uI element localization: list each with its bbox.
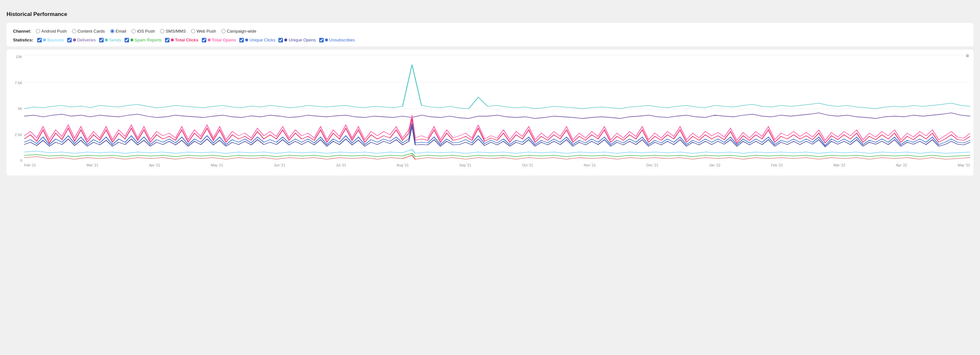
radio-email[interactable]: Email	[110, 29, 126, 34]
android-push-label: Android Push	[41, 29, 67, 34]
title-bar: Historical Performance	[6, 6, 974, 23]
y-label-10k: 10K	[16, 55, 22, 59]
x-label-aug21: Aug '21	[397, 163, 409, 167]
x-label-apr21: Apr '21	[149, 163, 161, 167]
x-label-may22: May '22	[958, 163, 970, 167]
sends-label: Sends	[109, 38, 121, 42]
channel-card: Channel: Android Push Content Cards Emai…	[6, 23, 974, 46]
spam-reports-line	[24, 154, 970, 157]
spam-reports-dot	[130, 38, 133, 42]
unsubscribes-line	[24, 155, 970, 159]
chart-inner	[24, 55, 970, 163]
radio-content-cards[interactable]: Content Cards	[72, 29, 105, 34]
stat-total-opens[interactable]: Total Opens	[202, 38, 236, 42]
bounces-dot	[43, 38, 46, 42]
stat-sends[interactable]: Sends	[99, 38, 121, 42]
y-label-5k: 5K	[18, 107, 22, 110]
chart-svg	[24, 55, 970, 163]
total-clicks-dot	[171, 38, 174, 42]
unique-clicks-label: Unique Clicks	[250, 38, 275, 42]
x-label-may21: May '21	[211, 163, 223, 167]
statistics-label: Statistics:	[13, 38, 33, 42]
web-push-label: Web Push	[197, 29, 216, 34]
radio-web-push[interactable]: Web Push	[191, 29, 216, 34]
stats-row: Statistics: Bounces Deliveries Sends Spa…	[13, 38, 967, 42]
unsubscribes-label: Unsubscribes	[329, 38, 355, 42]
x-label-mar21: Mar '21	[86, 163, 98, 167]
deliveries-dot	[73, 38, 76, 42]
deliveries-line	[24, 113, 970, 118]
stat-deliveries[interactable]: Deliveries	[67, 38, 96, 42]
ios-push-label: iOS Push	[137, 29, 155, 34]
total-opens-label: Total Opens	[212, 38, 236, 42]
deliveries-label: Deliveries	[77, 38, 96, 42]
stat-unsubscribes[interactable]: Unsubscribes	[319, 38, 355, 42]
stat-spam-reports[interactable]: Spam Reports	[124, 38, 162, 42]
sms-mms-label: SMS/MMS	[165, 29, 186, 34]
sends-line	[24, 65, 970, 109]
stat-unique-clicks[interactable]: Unique Clicks	[239, 38, 275, 42]
chart-container: ≡ 10K 7.5K 5K 2.5K 0	[6, 50, 974, 176]
x-axis: Feb '21 Mar '21 Apr '21 May '21 Jun '21 …	[24, 163, 970, 172]
x-label-oct21: Oct '21	[522, 163, 533, 167]
unique-opens-dot	[284, 38, 287, 42]
stat-bounces[interactable]: Bounces	[37, 38, 64, 42]
channel-row: Channel: Android Push Content Cards Emai…	[13, 29, 967, 34]
radio-ios-push[interactable]: iOS Push	[131, 29, 155, 34]
x-label-jun21: Jun '21	[274, 163, 285, 167]
x-label-jul21: Jul '21	[336, 163, 346, 167]
total-clicks-label: Total Clicks	[175, 38, 199, 42]
page-title: Historical Performance	[6, 11, 974, 18]
x-label-mar22: Mar '22	[833, 163, 845, 167]
page-container: Historical Performance Channel: Android …	[0, 0, 980, 182]
total-opens-line	[24, 115, 970, 140]
campaign-wide-label: Campaign-wide	[227, 29, 256, 34]
bounces-label: Bounces	[47, 38, 64, 42]
y-label-2-5k: 2.5K	[15, 133, 22, 137]
y-label-7-5k: 7.5K	[15, 81, 22, 85]
unique-opens-label: Unique Opens	[288, 38, 316, 42]
x-label-sep21: Sep '21	[459, 163, 471, 167]
total-opens-dot	[208, 38, 211, 42]
x-label-dec21: Dec '21	[646, 163, 659, 167]
x-label-feb22: Feb '22	[771, 163, 783, 167]
content-cards-label: Content Cards	[78, 29, 105, 34]
radio-android-push[interactable]: Android Push	[36, 29, 67, 34]
sends-dot	[105, 38, 108, 42]
x-label-feb21: Feb '21	[24, 163, 36, 167]
x-label-jan22: Jan '22	[709, 163, 721, 167]
unique-clicks-dot	[245, 38, 248, 42]
email-label: Email	[116, 29, 126, 34]
unsubscribes-dot	[325, 38, 328, 42]
radio-sms-mms[interactable]: SMS/MMS	[160, 29, 186, 34]
x-label-nov21: Nov '21	[584, 163, 596, 167]
stat-total-clicks[interactable]: Total Clicks	[165, 38, 199, 42]
y-label-0: 0	[20, 158, 22, 163]
stat-unique-opens[interactable]: Unique Opens	[278, 38, 316, 42]
x-label-apr22: Apr '22	[896, 163, 907, 167]
total-clicks-line	[24, 118, 970, 143]
radio-campaign-wide[interactable]: Campaign-wide	[221, 29, 256, 34]
channel-label: Channel:	[13, 29, 31, 34]
y-axis: 10K 7.5K 5K 2.5K 0	[10, 55, 24, 163]
bounces-line	[24, 149, 970, 154]
chart-area: 10K 7.5K 5K 2.5K 0	[10, 55, 970, 172]
spam-reports-label: Spam Reports	[135, 38, 162, 42]
